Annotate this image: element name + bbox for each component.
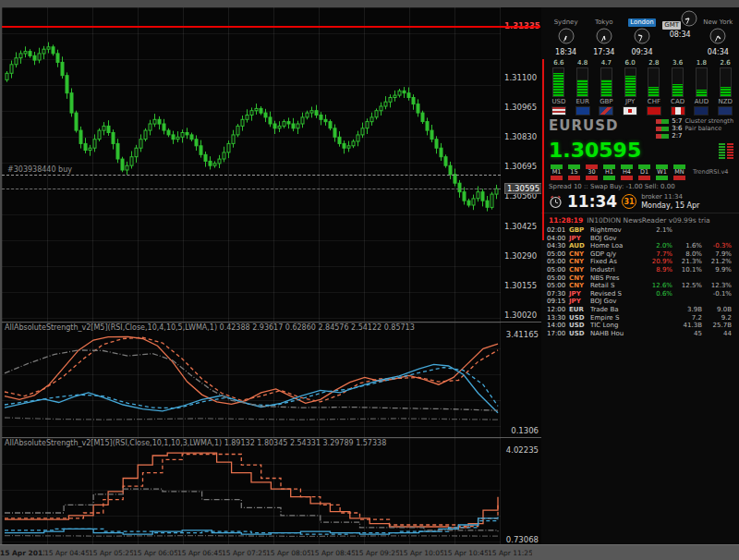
news-event: BOJ Gov bbox=[590, 298, 643, 306]
timeframe-cell-w1: W1 bbox=[654, 164, 670, 180]
indicator-axis-m15: 4.02235 0.73068 bbox=[501, 438, 541, 546]
jpy-flag-icon bbox=[623, 106, 637, 116]
news-currency: JPY bbox=[569, 235, 590, 243]
trend-square-bottom bbox=[621, 176, 633, 180]
buy-order-label: #303938440 buy bbox=[7, 165, 72, 174]
analog-clock-icon bbox=[596, 28, 612, 44]
indicator-line-smooth-high bbox=[5, 489, 498, 531]
news-currency: CNY bbox=[569, 258, 590, 266]
news-currency: CNY bbox=[569, 266, 590, 274]
news-list[interactable]: 02:01GBPRightmov2.1%04:00JPYBOJ Gov04:30… bbox=[541, 225, 739, 337]
price-axis-label: 1.30965 bbox=[504, 103, 537, 112]
news-time: 05:00 bbox=[547, 266, 569, 274]
time-axis-label: 15 Apr 09:25 bbox=[355, 549, 399, 557]
indicator-min-label: 0.73068 bbox=[506, 535, 539, 544]
news-row: 05:00CNYFixed As20.9%21.3%21.2% bbox=[547, 258, 735, 266]
indicator-plot-m5[interactable] bbox=[2, 323, 501, 437]
strength-value: 2.6 bbox=[714, 59, 736, 67]
strength-bar bbox=[696, 67, 708, 97]
news-value bbox=[672, 298, 702, 306]
ratio-value: 2:7 bbox=[672, 132, 682, 140]
strength-value: 4.7 bbox=[595, 59, 617, 67]
clock-city-label: GMT bbox=[662, 21, 681, 30]
news-event: Fixed As bbox=[590, 258, 643, 266]
indicator-plot-m15[interactable] bbox=[2, 438, 501, 546]
strength-bar bbox=[720, 67, 732, 97]
news-row: 14:00USDTIC Long41.3B25.7B bbox=[547, 322, 735, 330]
info-side-panel: Sydney18:34Tokyo17:34London09:34GMT08:34… bbox=[541, 7, 739, 545]
news-currency: CNY bbox=[569, 250, 590, 259]
trend-square-bottom bbox=[586, 176, 598, 180]
price-axis-label: 1.30020 bbox=[504, 310, 537, 320]
world-clock-gmt: GMT08:34 bbox=[661, 10, 698, 56]
chf-flag-icon bbox=[647, 106, 661, 116]
news-currency: USD bbox=[569, 322, 590, 330]
date-label: Monday, 15 Apr bbox=[641, 201, 699, 210]
strength-column-cad: 3.6CAD bbox=[667, 59, 689, 116]
currency-strength-meter: 6.6USD4.8EUR4.7GBP6.0JPY2.8CHF3.6CAD1.8A… bbox=[541, 57, 739, 116]
strength-column-jpy: 6.0JPY bbox=[619, 59, 641, 116]
time-axis-label: 15 Apr 06:05 bbox=[133, 549, 177, 557]
news-event: NBS Pres bbox=[590, 274, 643, 283]
news-value bbox=[643, 306, 672, 314]
news-time: 05:00 bbox=[547, 282, 569, 290]
news-value bbox=[643, 298, 672, 306]
news-value: 21.2% bbox=[702, 258, 732, 266]
strength-bar bbox=[600, 67, 612, 97]
news-value: 21.3% bbox=[672, 258, 702, 266]
news-currency: JPY bbox=[569, 298, 590, 306]
news-row: 17:00USDNAHB Hou4544 bbox=[547, 330, 735, 338]
resistance-line[interactable] bbox=[2, 26, 540, 28]
news-event: BOJ Gov bbox=[590, 235, 643, 243]
news-time: 17:00 bbox=[547, 330, 569, 338]
timeframe-label: M1 bbox=[549, 169, 564, 176]
timeframe-label: H4 bbox=[619, 169, 635, 176]
news-value: 45 bbox=[672, 330, 702, 338]
time-axis-label: 15 Apr 10:45 bbox=[443, 549, 488, 557]
news-currency: USD bbox=[569, 330, 590, 338]
news-time: 05:00 bbox=[547, 258, 569, 266]
strength-column-usd: 6.6USD bbox=[548, 59, 570, 116]
news-value: 41.3B bbox=[672, 322, 702, 330]
news-value: 12.3% bbox=[702, 282, 732, 290]
indicator-max-label: 3.41165 bbox=[506, 330, 539, 339]
indicator-header-m15: AllAbsoluteStrength_v2[M15](RSI,Close,10… bbox=[5, 439, 386, 447]
time-axis-label: 15 Apr 05:25 bbox=[89, 549, 133, 557]
alert-vertical-line bbox=[542, 59, 544, 240]
news-row: 05:00CNYGDP q/y7.7%8.0%7.9% bbox=[547, 250, 735, 259]
timeframe-label: MN bbox=[672, 169, 687, 176]
buy-order-line[interactable] bbox=[2, 175, 501, 176]
ratio-bar bbox=[656, 119, 669, 124]
news-event: Home Loa bbox=[590, 242, 643, 250]
currency-code: CHF bbox=[643, 98, 665, 105]
news-row: 12:00EURTrade Ba3.9B9.0B bbox=[547, 306, 735, 314]
timeframe-cell-h1: H1 bbox=[601, 164, 617, 180]
news-row: 09:15JPYBOJ Gov bbox=[547, 298, 735, 306]
alarm-clock-icon bbox=[549, 195, 563, 209]
news-value: 3.9B bbox=[672, 306, 702, 314]
cad-flag-icon bbox=[671, 106, 685, 116]
news-value bbox=[643, 314, 672, 323]
symbol-label: EURUSD bbox=[549, 117, 618, 134]
indicator-min-label: 0.1306 bbox=[511, 426, 539, 435]
indicator-max-label: 4.02235 bbox=[506, 445, 539, 455]
news-value: 9.0B bbox=[702, 306, 732, 314]
time-axis-label: 15 Apr 10:05 bbox=[399, 549, 443, 557]
main-chart-plot[interactable]: #303938440 buy bbox=[2, 7, 501, 322]
price-axis-label: 1.30155 bbox=[504, 281, 537, 290]
news-reader-header: 11:28:19IN10DION NewsReader v09.99s tria bbox=[541, 213, 739, 225]
indicator-lines-m5 bbox=[2, 323, 501, 437]
news-value: 7.2 bbox=[672, 314, 702, 323]
price-axis-label: 1.30695 bbox=[504, 162, 537, 171]
news-currency: AUD bbox=[569, 242, 590, 250]
timeframe-cell-h4: H4 bbox=[619, 164, 635, 180]
price-axis-label: 1.30830 bbox=[504, 132, 537, 141]
strength-column-eur: 4.8EUR bbox=[572, 59, 594, 116]
time-axis-label: 15 Apr 06:45 bbox=[177, 549, 222, 557]
ratio-bar bbox=[656, 127, 669, 131]
day-badge: 31 bbox=[622, 194, 636, 209]
price-axis-label: 1.30595 bbox=[504, 183, 541, 194]
trend-square-bottom bbox=[673, 176, 685, 180]
strength-value: 2.8 bbox=[643, 59, 665, 67]
trend-square-bottom bbox=[656, 176, 668, 180]
